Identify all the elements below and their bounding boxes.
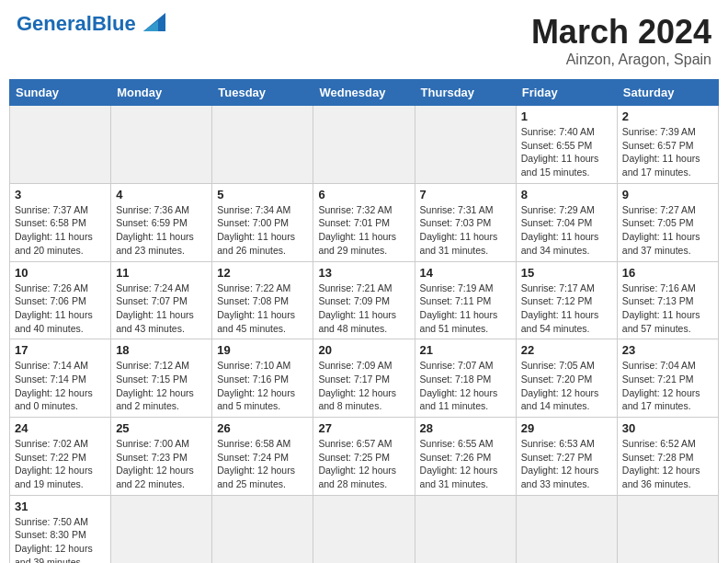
calendar-body: 1Sunrise: 7:40 AM Sunset: 6:55 PM Daylig…: [10, 106, 719, 564]
day-info: Sunrise: 6:53 AM Sunset: 7:27 PM Dayligh…: [521, 437, 612, 491]
calendar-cell: 18Sunrise: 7:12 AM Sunset: 7:15 PM Dayli…: [111, 339, 212, 418]
calendar-cell: 10Sunrise: 7:26 AM Sunset: 7:06 PM Dayli…: [10, 261, 111, 339]
day-info: Sunrise: 7:00 AM Sunset: 7:23 PM Dayligh…: [116, 437, 207, 491]
day-number: 30: [622, 421, 713, 435]
day-info: Sunrise: 7:32 AM Sunset: 7:01 PM Dayligh…: [318, 203, 409, 258]
day-number: 25: [116, 421, 207, 435]
calendar-cell: 3Sunrise: 7:37 AM Sunset: 6:58 PM Daylig…: [10, 183, 111, 261]
day-number: 12: [217, 266, 308, 280]
day-number: 26: [217, 421, 308, 435]
day-info: Sunrise: 7:37 AM Sunset: 6:58 PM Dayligh…: [15, 203, 106, 258]
calendar-week-5: 31Sunrise: 7:50 AM Sunset: 8:30 PM Dayli…: [10, 495, 719, 563]
day-number: 4: [116, 188, 207, 201]
logo-blue: Blue: [92, 12, 136, 35]
calendar-cell: 6Sunrise: 7:32 AM Sunset: 7:01 PM Daylig…: [313, 183, 415, 261]
day-header-saturday: Saturday: [617, 80, 718, 106]
day-number: 20: [318, 343, 409, 357]
day-number: 27: [318, 421, 409, 435]
calendar-cell: [212, 106, 313, 184]
day-info: Sunrise: 7:09 AM Sunset: 7:17 PM Dayligh…: [318, 359, 409, 413]
calendar-cell: 1Sunrise: 7:40 AM Sunset: 6:55 PM Daylig…: [516, 106, 617, 184]
day-number: 6: [318, 188, 409, 201]
day-info: Sunrise: 7:17 AM Sunset: 7:12 PM Dayligh…: [521, 282, 612, 336]
day-info: Sunrise: 7:05 AM Sunset: 7:20 PM Dayligh…: [521, 359, 612, 413]
main-title: March 2024: [531, 13, 711, 52]
calendar-week-0: 1Sunrise: 7:40 AM Sunset: 6:55 PM Daylig…: [10, 106, 719, 184]
day-number: 14: [420, 266, 511, 280]
day-info: Sunrise: 6:57 AM Sunset: 7:25 PM Dayligh…: [318, 437, 409, 491]
calendar-header: SundayMondayTuesdayWednesdayThursdayFrid…: [10, 80, 719, 106]
day-number: 11: [116, 266, 207, 280]
day-number: 8: [521, 188, 612, 201]
day-info: Sunrise: 7:39 AM Sunset: 6:57 PM Dayligh…: [622, 125, 713, 179]
calendar-cell: 9Sunrise: 7:27 AM Sunset: 7:05 PM Daylig…: [617, 183, 718, 261]
day-info: Sunrise: 7:07 AM Sunset: 7:18 PM Dayligh…: [420, 359, 511, 413]
day-info: Sunrise: 7:27 AM Sunset: 7:05 PM Dayligh…: [622, 203, 713, 258]
day-info: Sunrise: 7:10 AM Sunset: 7:16 PM Dayligh…: [217, 359, 308, 413]
calendar-cell: 28Sunrise: 6:55 AM Sunset: 7:26 PM Dayli…: [415, 418, 516, 496]
subtitle: Ainzon, Aragon, Spain: [531, 52, 711, 68]
calendar-cell: [415, 106, 516, 184]
calendar-cell: 30Sunrise: 6:52 AM Sunset: 7:28 PM Dayli…: [617, 418, 718, 496]
day-info: Sunrise: 6:58 AM Sunset: 7:24 PM Dayligh…: [217, 437, 308, 491]
days-of-week-row: SundayMondayTuesdayWednesdayThursdayFrid…: [10, 80, 719, 106]
header: GeneralBlue March 2024 Ainzon, Aragon, S…: [9, 9, 719, 72]
day-number: 18: [116, 343, 207, 357]
calendar-cell: [617, 495, 718, 563]
day-number: 31: [15, 500, 106, 513]
day-info: Sunrise: 7:34 AM Sunset: 7:00 PM Dayligh…: [217, 203, 308, 258]
logo: GeneralBlue: [17, 13, 165, 35]
calendar-cell: 19Sunrise: 7:10 AM Sunset: 7:16 PM Dayli…: [212, 339, 313, 418]
calendar-cell: 25Sunrise: 7:00 AM Sunset: 7:23 PM Dayli…: [111, 418, 212, 496]
calendar-cell: 14Sunrise: 7:19 AM Sunset: 7:11 PM Dayli…: [415, 261, 516, 339]
day-number: 24: [15, 421, 106, 435]
day-info: Sunrise: 6:52 AM Sunset: 7:28 PM Dayligh…: [622, 437, 713, 491]
calendar-cell: 20Sunrise: 7:09 AM Sunset: 7:17 PM Dayli…: [313, 339, 415, 418]
day-info: Sunrise: 7:36 AM Sunset: 6:59 PM Dayligh…: [116, 203, 207, 258]
day-number: 28: [420, 421, 511, 435]
calendar-cell: [111, 106, 212, 184]
calendar-cell: 13Sunrise: 7:21 AM Sunset: 7:09 PM Dayli…: [313, 261, 415, 339]
day-number: 15: [521, 266, 612, 280]
calendar-cell: [10, 106, 111, 184]
day-number: 1: [521, 109, 612, 123]
logo-icon: [140, 9, 165, 35]
calendar-cell: 29Sunrise: 6:53 AM Sunset: 7:27 PM Dayli…: [516, 418, 617, 496]
day-info: Sunrise: 7:24 AM Sunset: 7:07 PM Dayligh…: [116, 282, 207, 336]
day-info: Sunrise: 7:04 AM Sunset: 7:21 PM Dayligh…: [622, 359, 713, 413]
calendar-cell: 5Sunrise: 7:34 AM Sunset: 7:00 PM Daylig…: [212, 183, 313, 261]
logo-general: General: [17, 12, 92, 35]
calendar-cell: 31Sunrise: 7:50 AM Sunset: 8:30 PM Dayli…: [10, 495, 111, 563]
calendar-cell: 27Sunrise: 6:57 AM Sunset: 7:25 PM Dayli…: [313, 418, 415, 496]
day-number: 2: [622, 109, 713, 123]
day-header-tuesday: Tuesday: [212, 80, 313, 106]
day-number: 19: [217, 343, 308, 357]
calendar-cell: 15Sunrise: 7:17 AM Sunset: 7:12 PM Dayli…: [516, 261, 617, 339]
calendar-week-3: 17Sunrise: 7:14 AM Sunset: 7:14 PM Dayli…: [10, 339, 719, 418]
day-number: 10: [15, 266, 106, 280]
calendar-cell: [313, 495, 415, 563]
day-number: 7: [420, 188, 511, 201]
calendar-week-2: 10Sunrise: 7:26 AM Sunset: 7:06 PM Dayli…: [10, 261, 719, 339]
day-number: 21: [420, 343, 511, 357]
day-number: 29: [521, 421, 612, 435]
calendar-cell: 2Sunrise: 7:39 AM Sunset: 6:57 PM Daylig…: [617, 106, 718, 184]
day-header-monday: Monday: [111, 80, 212, 106]
calendar-cell: [415, 495, 516, 563]
calendar-week-1: 3Sunrise: 7:37 AM Sunset: 6:58 PM Daylig…: [10, 183, 719, 261]
calendar-week-4: 24Sunrise: 7:02 AM Sunset: 7:22 PM Dayli…: [10, 418, 719, 496]
calendar-cell: 4Sunrise: 7:36 AM Sunset: 6:59 PM Daylig…: [111, 183, 212, 261]
calendar-cell: 23Sunrise: 7:04 AM Sunset: 7:21 PM Dayli…: [617, 339, 718, 418]
calendar-cell: 16Sunrise: 7:16 AM Sunset: 7:13 PM Dayli…: [617, 261, 718, 339]
day-info: Sunrise: 7:31 AM Sunset: 7:03 PM Dayligh…: [420, 203, 511, 258]
day-info: Sunrise: 7:19 AM Sunset: 7:11 PM Dayligh…: [420, 282, 511, 336]
day-info: Sunrise: 7:16 AM Sunset: 7:13 PM Dayligh…: [622, 282, 713, 336]
day-number: 9: [622, 188, 713, 201]
day-info: Sunrise: 7:50 AM Sunset: 8:30 PM Dayligh…: [15, 515, 106, 563]
logo-text: GeneralBlue: [17, 14, 136, 34]
calendar-cell: 8Sunrise: 7:29 AM Sunset: 7:04 PM Daylig…: [516, 183, 617, 261]
day-info: Sunrise: 7:29 AM Sunset: 7:04 PM Dayligh…: [521, 203, 612, 258]
calendar-cell: 17Sunrise: 7:14 AM Sunset: 7:14 PM Dayli…: [10, 339, 111, 418]
calendar-cell: 24Sunrise: 7:02 AM Sunset: 7:22 PM Dayli…: [10, 418, 111, 496]
calendar-cell: 11Sunrise: 7:24 AM Sunset: 7:07 PM Dayli…: [111, 261, 212, 339]
